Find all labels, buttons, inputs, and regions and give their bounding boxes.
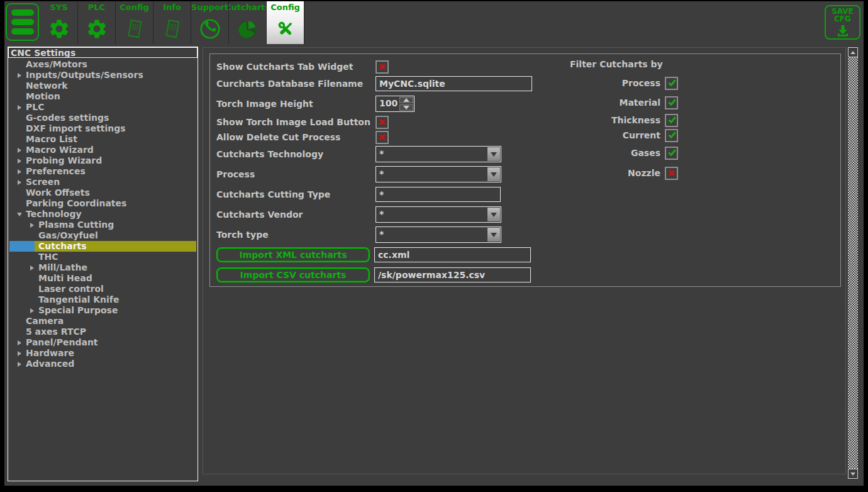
phone-icon [191,14,228,44]
expand-arrow-icon[interactable] [18,169,21,174]
filter-row-gases: Gases [570,147,678,159]
tree-item-cutcharts[interactable]: Cutcharts [9,241,196,252]
tab-info[interactable]: Info [153,1,191,44]
expand-arrow-icon[interactable] [18,340,21,345]
form-row-cutcharts-cutting-type: Cutcharts Cutting Type* [216,186,532,203]
tree-header: CNC Settings [8,47,198,58]
input-cutcharts-cutting-type[interactable]: * [376,187,501,202]
tree-item-label: Macro List [26,134,77,145]
tree-item-inputs-outputs-sensors[interactable]: Inputs/Outputs/Sensors [9,70,196,81]
tree-item-camera[interactable]: Camera [9,316,196,327]
dropdown-button[interactable] [487,167,500,181]
tree-item-5-axes-rtcp[interactable]: 5 axes RTCP [9,327,196,337]
checkbox-filter-gases[interactable] [665,147,678,160]
button-import-csv-cutcharts[interactable]: Import CSV cutcharts [216,267,370,282]
tree-item-label: Camera [26,316,64,327]
tree-item-plasma-cutting[interactable]: Plasma Cutting [9,220,196,230]
tree-item-preferences[interactable]: Preferences [9,166,196,177]
spin-down-button[interactable] [399,104,413,111]
checkbox-filter-material[interactable] [665,96,678,109]
tools-icon [267,14,304,44]
tree-item-work-offsets[interactable]: Work Offsets [9,187,196,198]
tree-item-laser-control[interactable]: Laser control [9,284,196,294]
input-curcharts-database-filename[interactable]: MyCNC.sqlite [376,76,532,91]
tree-item-multi-head[interactable]: Multi Head [9,273,196,284]
checkbox-allow-delete-cut-process[interactable] [376,131,389,144]
tree-item-hardware[interactable]: Hardware [9,348,196,359]
vertical-scrollbar [848,47,858,479]
input-import-csv-cutcharts-path[interactable]: /sk/powermax125.csv [374,267,531,282]
tree-item-label: Gas/Oxyfuel [38,230,98,241]
tree-item-label: Inputs/Outputs/Sensors [26,70,143,81]
tree-item-mill-lathe[interactable]: Mill/Lathe [9,262,196,273]
dropdown-cutcharts-technology[interactable]: * [376,146,501,162]
dropdown-button[interactable] [487,208,500,221]
tree-item-tangential-knife[interactable]: Tangential Knife [9,294,196,305]
checkbox-show-cutcharts-tab-widget[interactable] [376,60,389,74]
scroll-up-button[interactable] [848,47,858,57]
tree-item-axes-motors[interactable]: Axes/Motors [9,59,196,70]
expand-arrow-icon[interactable] [30,308,34,313]
filter-label: Process [622,78,660,88]
tab-sys[interactable]: SYS [40,1,78,44]
tree-item-macro-list[interactable]: Macro List [9,134,196,145]
dropdown-process[interactable]: * [376,166,501,182]
checkbox-filter-current[interactable] [665,129,678,142]
tree-item-panel-pendant[interactable]: Panel/Pendant [9,337,196,348]
tree-item-screen[interactable]: Screen [9,177,196,187]
checkbox-filter-nozzle[interactable] [665,167,678,180]
spin-up-button[interactable] [399,97,413,103]
expand-arrow-icon[interactable] [18,105,21,110]
tree-item-motion[interactable]: Motion [9,91,196,102]
collapse-arrow-icon[interactable] [17,213,22,216]
checkbox-filter-thickness[interactable] [665,114,678,127]
tree-item-g-codes-settings[interactable]: G-codes settings [9,113,196,123]
field-label: Show Torch Image Load Button [216,117,376,127]
input-import-xml-cutcharts-path[interactable]: cc.xml [374,247,531,262]
tree-item-label: Probing Wizard [26,155,102,166]
tree-item-parking-coordinates[interactable]: Parking Coordinates [9,198,196,209]
tree-item-thc[interactable]: THC [9,252,196,262]
tree-item-dxf-import-settings[interactable]: DXF import settings [9,123,196,134]
dropdown-cutcharts-vendor[interactable]: * [376,206,501,223]
tree-item-network[interactable]: Network [9,81,196,91]
tree-item-macro-wizard[interactable]: Macro Wizard [9,145,196,155]
expand-arrow-icon[interactable] [18,159,21,164]
scrollbar-track[interactable] [848,57,858,469]
dropdown-torch-type[interactable]: * [376,226,501,243]
tree-item-special-purpose[interactable]: Special Purpose [9,305,196,316]
tree-item-probing-wizard[interactable]: Probing Wizard [9,155,196,166]
chevron-down-icon [491,213,497,217]
filter-row-thickness: Thickness [570,114,678,126]
tab-config-active[interactable]: Config [267,1,304,44]
tab-support[interactable]: Support [191,1,229,44]
checkbox-show-torch-image-load-button[interactable] [376,116,389,129]
expand-arrow-icon[interactable] [18,180,21,185]
checkbox-filter-process[interactable] [665,77,678,90]
form-row-cutcharts-vendor: Cutcharts Vendor* [216,206,532,223]
settings-tree-panel: CNC Settings Axes/Motors Inputs/Outputs/… [8,47,198,481]
spinbox-torch-image-height[interactable]: 100 [376,96,415,112]
filter-column: Filter Cutcharts by Process Material Thi… [570,59,678,179]
expand-arrow-icon[interactable] [18,73,21,78]
tab-cutcharts[interactable]: Cutcharts [229,1,267,44]
tree-item-advanced[interactable]: Advanced [9,359,196,369]
button-import-xml-cutcharts[interactable]: Import XML cutcharts [216,247,370,262]
tab-config[interactable]: Config [116,1,153,44]
tree-item-plc[interactable]: PLC [9,102,196,113]
filter-label: Nozzle [628,168,660,178]
scroll-down-button[interactable] [848,469,858,479]
expand-arrow-icon[interactable] [18,362,21,367]
expand-arrow-icon[interactable] [30,223,34,228]
tree-item-gas-oxyfuel[interactable]: Gas/Oxyfuel [9,230,196,241]
menu-button[interactable] [6,3,39,41]
dropdown-button[interactable] [487,147,500,161]
filter-label: Thickness [611,115,660,125]
expand-arrow-icon[interactable] [30,266,34,271]
tree-item-technology[interactable]: Technology [9,209,196,220]
dropdown-button[interactable] [487,228,500,242]
save-cfg-button[interactable]: SAVE CFG [825,5,860,40]
tab-plc[interactable]: PLC [78,1,116,44]
expand-arrow-icon[interactable] [18,148,21,153]
expand-arrow-icon[interactable] [18,351,21,356]
